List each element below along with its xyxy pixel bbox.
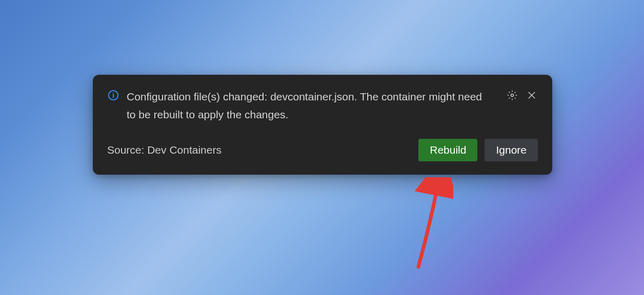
annotation-arrow-icon [361, 177, 453, 275]
ignore-button[interactable]: Ignore [485, 139, 538, 161]
notification-source: Source: Dev Containers [107, 144, 222, 156]
svg-point-3 [511, 94, 514, 97]
header-actions [506, 89, 538, 101]
close-icon[interactable] [526, 89, 538, 101]
svg-point-2 [113, 93, 114, 94]
notification-header: Configuration file(s) changed: devcontai… [107, 88, 538, 123]
rebuild-button[interactable]: Rebuild [418, 139, 477, 161]
gear-icon[interactable] [506, 89, 518, 101]
notification-message: Configuration file(s) changed: devcontai… [127, 88, 499, 123]
footer-actions: Rebuild Ignore [418, 139, 538, 161]
info-icon [107, 89, 119, 101]
notification-footer: Source: Dev Containers Rebuild Ignore [107, 139, 538, 161]
notification-toast: Configuration file(s) changed: devcontai… [93, 75, 552, 175]
